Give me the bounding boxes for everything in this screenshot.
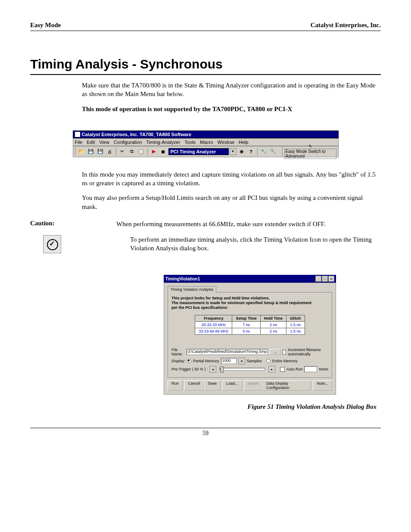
help-icon[interactable]: ?	[247, 147, 255, 156]
copy-icon[interactable]: ⧉	[128, 147, 136, 156]
analyzer-combo[interactable]: PCI Timing Analyzer	[168, 148, 229, 155]
cut-icon[interactable]: ✂	[118, 147, 127, 156]
globe-icon[interactable]: ◉	[237, 147, 246, 156]
spec-table: Frequency Setup Time Hold Time Glitch 25…	[195, 315, 305, 335]
tool-a-icon[interactable]: 🔧	[259, 147, 268, 156]
import-button: Import	[244, 380, 263, 391]
timing-violation-dialog: TimingViolation1 _ □ × Timing Violation …	[164, 275, 336, 395]
mode-switch[interactable]: ✎ Easy Mode Switch to Advanced	[282, 146, 338, 157]
menu-help[interactable]: Help	[239, 140, 249, 145]
dialog-description: This project looks for Setup and Hold ti…	[171, 296, 328, 310]
open-icon[interactable]: 📂	[77, 147, 86, 156]
running-header: Easy Mode Catalyst Enterprises, Inc.	[30, 22, 381, 31]
browse-button[interactable]: ...	[270, 349, 281, 355]
autorun-checkbox[interactable]	[280, 367, 285, 372]
partial-memory-input[interactable]: 1000	[221, 358, 237, 364]
mid-p1: In this mode you may immediately detect …	[82, 170, 377, 188]
autorun-input[interactable]	[304, 366, 317, 372]
menu-configuration[interactable]: Configuration	[114, 140, 142, 145]
page-title: Timing Analysis - Synchronous	[30, 57, 381, 75]
analyzer-combo-label: PCI Timing Analyzer	[171, 149, 216, 154]
menu-edit[interactable]: Edit	[87, 140, 95, 145]
chevron-down-icon[interactable]: ▼	[230, 148, 237, 155]
dialog-titlebar: TimingViolation1 _ □ ×	[164, 275, 336, 283]
samples-label: Samples	[247, 359, 262, 363]
autorun-label: Auto Run	[286, 367, 303, 371]
menubar: File Edit View Configuration Timing-Anal…	[73, 138, 339, 146]
save-all-icon[interactable]: 💾	[96, 147, 105, 156]
mid-p2: You may also perform a Setup/Hold Limits…	[82, 193, 377, 211]
table-row: 25-33.33 MHz 7 ns 2 ns 1.5 ns	[195, 322, 305, 328]
slider-right-icon[interactable]: ▸	[268, 366, 275, 373]
col-hold: Hold Time	[260, 315, 286, 322]
col-frequency: Frequency	[195, 315, 232, 322]
minimize-icon[interactable]: _	[315, 276, 321, 282]
close-icon[interactable]: ×	[328, 276, 334, 282]
window-title: Catalyst Enterprises, Inc. TA700_TA800 S…	[82, 132, 192, 137]
run-icon[interactable]: ▶	[149, 147, 158, 156]
toolbar: 📂 💾 💾 🖨 ✂ ⧉ 📋 ▶ ⏹ PCI Timing Analyzer ▼ …	[73, 146, 339, 157]
page-number: 59	[202, 430, 209, 436]
menu-file[interactable]: File	[75, 140, 83, 145]
data-display-config-button[interactable]: Data Display Configuration	[262, 380, 311, 391]
intro-p2: This mode of operation is not supported …	[82, 105, 377, 113]
print-icon[interactable]: 🖨	[106, 147, 114, 156]
caution-label: Caution:	[30, 220, 82, 227]
save-button[interactable]: Save	[204, 380, 221, 391]
dialog-title: TimingViolation1	[165, 277, 200, 281]
tool-b-icon[interactable]: 🔧	[269, 147, 277, 156]
page-footer: 59	[30, 428, 381, 437]
stop-icon[interactable]: ⏹	[159, 147, 168, 156]
wand-icon: ✎	[308, 144, 312, 149]
partial-memory-radio[interactable]	[187, 359, 191, 363]
entire-memory-radio[interactable]	[266, 359, 271, 363]
pretrigger-label: Pre-Trigger ( 50 % ) :	[171, 367, 208, 371]
pretrigger-slider[interactable]	[220, 368, 265, 370]
filename-label: File Name:	[171, 348, 185, 356]
increment-checkbox[interactable]	[283, 350, 286, 355]
intro-p1: Make sure that the TA700/800 is in the S…	[82, 81, 377, 99]
tab-timing-violation[interactable]: Timing Violation Analysis	[168, 286, 216, 292]
display-label: Display:	[171, 359, 185, 363]
caution-block: Caution: When performing measurements at…	[30, 220, 381, 228]
col-glitch: Glitch	[286, 315, 305, 322]
times-label: times	[319, 367, 328, 371]
menu-macro[interactable]: Macro	[200, 140, 213, 145]
menu-tools[interactable]: Tools	[184, 140, 196, 145]
header-right: Catalyst Enterprises, Inc.	[311, 22, 381, 29]
table-row: 33.33-66.66 MHz 3 ns 2 ns 1.5 ns	[195, 328, 305, 335]
caution-text: When performing measurements at 66.6MHz,…	[116, 220, 326, 228]
col-setup: Setup Time	[232, 315, 260, 322]
action-text: To perform an immediate timing analysis,…	[130, 235, 377, 253]
stepper-icon[interactable]: ▾	[238, 358, 245, 364]
note-button[interactable]: Note...	[313, 380, 332, 391]
maximize-icon[interactable]: □	[322, 276, 328, 282]
filename-input[interactable]: d:\Catalyst\Predefined\Simulation\Timing…	[187, 349, 268, 355]
menu-timing-analyzer[interactable]: Timing-Analyzer	[146, 140, 180, 145]
slider-left-icon[interactable]: ◂	[209, 366, 216, 373]
header-left: Easy Mode	[30, 22, 61, 29]
run-button[interactable]: Run	[168, 380, 183, 391]
mode-switch-label: Easy Mode Switch to Advanced	[284, 149, 336, 159]
app-icon	[75, 132, 80, 137]
partial-memory-label: Partial Memory	[193, 359, 219, 363]
entire-memory-label: Entire Memory	[272, 359, 298, 363]
menubar-figure: Catalyst Enterprises, Inc. TA700_TA800 S…	[73, 131, 339, 157]
cancel-button[interactable]: Cancel	[184, 380, 204, 391]
increment-label: Increment filename automatically	[288, 348, 328, 356]
load-button[interactable]: Load...	[222, 380, 242, 391]
menu-view[interactable]: View	[99, 140, 109, 145]
window-titlebar: Catalyst Enterprises, Inc. TA700_TA800 S…	[73, 131, 339, 138]
timing-violation-icon	[43, 235, 61, 253]
menu-window[interactable]: Window	[218, 140, 234, 145]
figure-caption: Figure 51 Timing Violation Analysis Dial…	[30, 403, 377, 411]
save-icon[interactable]: 💾	[87, 147, 95, 156]
paste-icon[interactable]: 📋	[137, 147, 146, 156]
